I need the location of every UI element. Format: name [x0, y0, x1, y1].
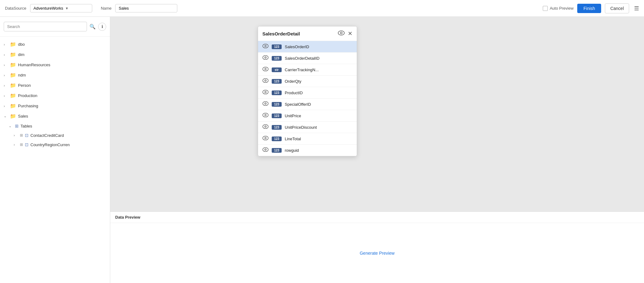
grid-icon: ⊞ — [20, 133, 23, 137]
popup-field-row[interactable]: 123 UnitPriceDiscount — [258, 122, 357, 133]
svg-point-14 — [263, 113, 268, 117]
field-name: LineTotal — [285, 137, 301, 141]
right-panel: SalesOrderDetail ✕ 123 SalesOrderID — [110, 17, 644, 283]
field-name: UnitPriceDiscount — [285, 125, 317, 130]
auto-preview-checkbox[interactable] — [543, 6, 548, 11]
cancel-button[interactable]: Cancel — [605, 3, 629, 13]
folder-icon: 📁 — [10, 93, 16, 99]
popup-field-row[interactable]: 123 UnitPrice — [258, 110, 357, 122]
tree-label: Purchasing — [18, 104, 38, 108]
field-popup: SalesOrderDetail ✕ 123 SalesOrderID — [258, 26, 357, 156]
eye-icon — [262, 44, 269, 49]
search-bar: 🔍 ℹ — [0, 17, 110, 37]
tree-item-person[interactable]: › 📁 Person — [0, 80, 110, 90]
tree-label: Tables — [20, 124, 32, 128]
eye-icon[interactable] — [338, 30, 345, 37]
grid-icon: ⊞ — [20, 142, 23, 147]
svg-point-9 — [265, 80, 266, 81]
tree-item-production[interactable]: › 📁 Production — [0, 90, 110, 101]
svg-point-18 — [263, 136, 268, 140]
svg-point-6 — [263, 67, 268, 71]
svg-point-15 — [265, 114, 266, 116]
datasource-label: DataSource — [5, 6, 26, 11]
svg-point-5 — [265, 57, 266, 58]
auto-preview-toggle[interactable]: Auto Preview — [543, 6, 574, 11]
type-badge: 123 — [272, 56, 282, 61]
svg-point-3 — [265, 45, 266, 47]
field-name: rowguid — [285, 148, 299, 153]
tree-label: ContactCreditCard — [30, 133, 64, 138]
popup-field-row[interactable]: 123 LineTotal — [258, 133, 357, 145]
folder-icon: 📁 — [10, 52, 16, 58]
tree-item-purchasing[interactable]: › 📁 Purchasing — [0, 101, 110, 111]
svg-point-7 — [265, 68, 266, 70]
eye-icon — [262, 90, 269, 95]
popup-field-row[interactable]: 123 SpecialOfferID — [258, 99, 357, 110]
popup-field-row[interactable]: 123 SalesOrderID — [258, 41, 357, 53]
chevron-right-icon: › — [4, 94, 8, 98]
info-icon[interactable]: ℹ — [98, 23, 106, 31]
topbar: DataSource AdventureWorks ▾ Name Auto Pr… — [0, 0, 644, 17]
chevron-down-icon: ⌄ — [9, 124, 13, 128]
eye-icon — [262, 147, 269, 153]
auto-preview-label: Auto Preview — [550, 6, 574, 11]
data-preview-panel: Data Preview Generate Preview — [110, 211, 644, 283]
search-input[interactable] — [4, 22, 87, 31]
tree-label: Person — [18, 83, 31, 88]
search-icon[interactable]: 🔍 — [89, 24, 96, 30]
name-label: Name — [101, 6, 112, 11]
popup-header: SalesOrderDetail ✕ — [258, 26, 357, 41]
finish-button[interactable]: Finish — [577, 4, 601, 13]
tree-item-humanresources[interactable]: › 📁 HumanResources — [0, 60, 110, 70]
tree-item-ndm[interactable]: › 📁 ndm — [0, 70, 110, 80]
popup-header-icons: ✕ — [338, 30, 352, 37]
menu-icon[interactable]: ☰ — [634, 5, 639, 12]
folder-icon: 📁 — [10, 103, 16, 109]
popup-field-row[interactable]: 123 rowguid — [258, 145, 357, 156]
eye-icon — [262, 124, 269, 130]
topbar-right: Auto Preview Finish Cancel ☰ — [543, 3, 639, 13]
eye-icon — [262, 78, 269, 84]
tree-item-dbo[interactable]: › 📁 dbo — [0, 39, 110, 49]
tree-item-sales[interactable]: ⌄ 📁 Sales — [0, 111, 110, 121]
tree-item-countryregioncurren[interactable]: › ⊞ ⊡ CountryRegionCurren — [0, 140, 110, 149]
popup-title: SalesOrderDetail — [262, 31, 300, 36]
tree-item-dim[interactable]: › 📁 dim — [0, 49, 110, 60]
chevron-down-icon: ▾ — [66, 6, 89, 11]
tree-label: dim — [18, 52, 25, 57]
popup-field-row[interactable]: 123 ProductID — [258, 87, 357, 99]
tree: › 📁 dbo › 📁 dim › 📁 HumanResources › 📁 n… — [0, 37, 110, 283]
field-name: ProductID — [285, 90, 303, 95]
type-badge: 123 — [272, 148, 282, 153]
eye-icon — [262, 55, 269, 61]
tree-item-tables[interactable]: ⌄ ⊞ Tables — [0, 121, 110, 131]
svg-point-16 — [263, 125, 268, 129]
type-badge: 123 — [272, 125, 282, 130]
chevron-right-icon: › — [14, 133, 18, 137]
chevron-right-icon: › — [4, 84, 8, 87]
tree-label: HumanResources — [18, 63, 50, 67]
name-input[interactable] — [115, 4, 177, 12]
popup-field-row[interactable]: 123 SalesOrderDetailID — [258, 53, 357, 64]
generate-preview-link[interactable]: Generate Preview — [360, 251, 394, 256]
tree-label: ndm — [18, 73, 26, 77]
svg-point-13 — [265, 103, 266, 104]
folder-icon: 📁 — [10, 62, 16, 68]
datasource-select[interactable]: AdventureWorks ▾ — [30, 4, 92, 12]
popup-field-row[interactable]: 123 OrderQty — [258, 76, 357, 87]
svg-point-4 — [263, 56, 268, 60]
folder-icon: 📁 — [10, 41, 16, 47]
field-name: SalesOrderDetailID — [285, 56, 320, 61]
svg-point-8 — [263, 79, 268, 83]
type-badge: 123 — [272, 137, 282, 141]
eye-icon — [262, 136, 269, 142]
field-name: SpecialOfferID — [285, 102, 311, 107]
chevron-right-icon: › — [4, 43, 8, 46]
popup-field-row[interactable]: str CarrierTrackingN... — [258, 64, 357, 76]
popup-field-list: 123 SalesOrderID 123 SalesOrderDetailID … — [258, 41, 357, 156]
eye-icon — [262, 113, 269, 118]
svg-point-19 — [265, 137, 266, 139]
tree-item-contactcreditcard[interactable]: › ⊞ ⊡ ContactCreditCard — [0, 131, 110, 140]
close-icon[interactable]: ✕ — [348, 30, 352, 37]
canvas-area: SalesOrderDetail ✕ 123 SalesOrderID — [110, 17, 644, 211]
